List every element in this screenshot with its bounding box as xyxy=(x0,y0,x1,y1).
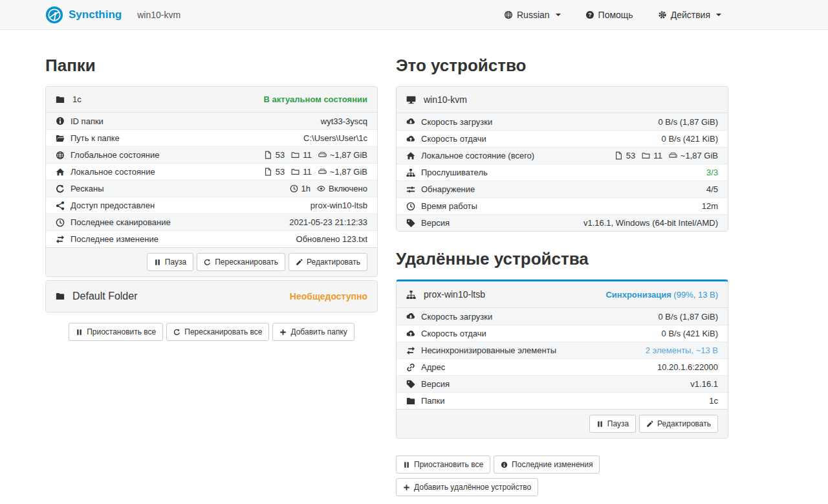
cloud-upload-icon xyxy=(406,329,415,338)
home-icon xyxy=(56,168,65,177)
folders-actions-row: Приостановить всеПересканировать всеДоба… xyxy=(45,323,378,341)
plus-icon xyxy=(403,484,410,491)
device-name: prox-win10-ltsb xyxy=(424,289,485,300)
hdd-icon xyxy=(318,168,327,176)
row-label: Несинхронизированные элементы xyxy=(421,345,556,355)
remote-device-header[interactable]: prox-win10-ltsb Синхронизация (99%, 13 B… xyxy=(397,281,728,308)
recent-changes-button[interactable]: Последние изменения xyxy=(494,455,600,474)
row-label: Обнаружение xyxy=(421,184,475,194)
brand-name: Syncthing xyxy=(69,8,122,21)
navbar-device-name: win10-kvm xyxy=(137,10,180,20)
info-icon xyxy=(56,116,65,126)
file-icon xyxy=(264,168,272,176)
row-label: Адрес xyxy=(421,362,445,372)
add-folder-button[interactable]: Добавить папку xyxy=(272,323,354,341)
help-menu[interactable]: Помощь xyxy=(585,10,633,20)
folder-panel-default: Default Folder Необщедоступно xyxy=(45,280,378,312)
sliders-icon xyxy=(406,185,415,194)
pencil-icon xyxy=(296,259,303,266)
table-row: Последнее сканирование2021-05-23 21:12:3… xyxy=(46,214,377,230)
row-value: 11 xyxy=(291,167,312,177)
home-icon xyxy=(406,151,415,160)
row-value: ~1,87 GiB xyxy=(318,167,367,177)
folder-icon xyxy=(56,95,65,104)
rescan-all-button[interactable]: Пересканировать все xyxy=(166,323,269,341)
table-row: Глобальное состояние5311~1,87 GiB xyxy=(46,146,377,163)
folder-status-badge: В актуальном состоянии xyxy=(264,94,367,104)
pencil-icon xyxy=(646,421,653,428)
refresh-icon xyxy=(173,329,180,336)
row-value: ~1,87 GiB xyxy=(669,151,718,160)
table-row: Прослушиватель3/3 xyxy=(397,164,728,181)
row-value: 0 B/s (1,87 GiB) xyxy=(659,117,718,127)
add-remote-device-button[interactable]: Добавить удалённое устройство xyxy=(396,478,538,496)
pause-icon xyxy=(154,259,161,266)
edit-device-button[interactable]: Редактировать xyxy=(639,415,718,433)
row-label: Скорость отдачи xyxy=(421,134,486,144)
language-menu[interactable]: Russian xyxy=(504,10,561,20)
table-row: Локальное состояние (всего)5311~1,87 GiB xyxy=(397,147,728,164)
row-value: 53 xyxy=(615,151,635,160)
row-value: 0 B/s (421 KiB) xyxy=(662,134,718,144)
pause-all-devices-button[interactable]: Приостановить все xyxy=(396,455,490,474)
default-folder-header[interactable]: Default Folder Необщедоступно xyxy=(46,281,377,312)
table-row: Время работы12m xyxy=(397,197,728,214)
row-value[interactable]: 2 элементы, ~13 B xyxy=(646,345,718,355)
row-label: Путь к папке xyxy=(71,133,120,143)
edit-button[interactable]: Редактировать xyxy=(289,253,367,271)
row-value: C:\Users\User\1c xyxy=(303,133,367,143)
hdd-icon xyxy=(318,151,327,159)
table-row: Версияv1.16.1 xyxy=(397,375,728,392)
folder-name: Default Folder xyxy=(72,290,138,302)
row-value: 10.20.1.6:22000 xyxy=(657,362,718,372)
folder-panel-header[interactable]: 1c В актуальном состоянии xyxy=(46,87,377,113)
folder-status-badge: Необщедоступно xyxy=(290,291,367,301)
pause-button[interactable]: Пауза xyxy=(147,253,193,271)
folder-outline-icon xyxy=(642,151,650,160)
row-value: Включено xyxy=(317,184,367,193)
pause-all-folders-button[interactable]: Приостановить все xyxy=(69,323,163,341)
folder-details-table: ID папкиwyt33-3yscqПуть к папкеC:\Users\… xyxy=(46,113,377,247)
pause-device-button[interactable]: Пауза xyxy=(589,415,636,433)
row-value: 11 xyxy=(642,151,662,160)
question-icon xyxy=(585,10,594,19)
gear-icon xyxy=(658,10,667,19)
brand: Syncthing xyxy=(45,6,122,24)
row-label: Скорость отдачи xyxy=(421,329,486,338)
clock-icon xyxy=(56,218,65,227)
row-label: Версия xyxy=(421,218,450,228)
row-value: 0 B/s (1,87 GiB) xyxy=(659,312,718,322)
table-row: Адрес10.20.1.6:22000 xyxy=(397,358,728,375)
this-device-heading: Это устройство xyxy=(396,56,728,76)
remote-panel-footer: ПаузаРедактировать xyxy=(397,409,728,438)
device-status-badge: Синхронизация (99%, 13 B) xyxy=(605,290,718,300)
row-label: Локальное состояние xyxy=(71,167,155,177)
remote-devices-heading: Удалённые устройства xyxy=(396,249,728,269)
globe-icon xyxy=(56,151,65,160)
this-device-header[interactable]: win10-kvm xyxy=(397,87,728,113)
row-value: Обновлено 123.txt xyxy=(296,234,367,244)
share-icon xyxy=(56,201,65,210)
cloud-upload-icon xyxy=(406,135,415,144)
table-row: Папки1c xyxy=(397,392,728,409)
language-menu-label: Russian xyxy=(517,10,550,20)
table-row: Обнаружение4/5 xyxy=(397,181,728,197)
rescan-button[interactable]: Пересканировать xyxy=(197,253,285,271)
plus-icon xyxy=(279,329,287,336)
row-value: 1c xyxy=(709,396,718,406)
row-value: 3/3 xyxy=(706,168,718,177)
tag-icon xyxy=(406,380,415,389)
devices-section: Это устройство win10-kvm Скорость загруз… xyxy=(396,30,728,496)
row-label: ID папки xyxy=(71,116,104,126)
folders-heading: Папки xyxy=(45,56,378,76)
tag-icon xyxy=(406,219,415,228)
this-device-panel: win10-kvm Скорость загрузки0 B/s (1,87 G… xyxy=(396,86,728,232)
row-value: 11 xyxy=(291,150,312,160)
folder-panel-1c: 1c В актуальном состоянии ID папкиwyt33-… xyxy=(45,86,378,277)
actions-menu[interactable]: Действия xyxy=(658,10,721,20)
row-value: 53 xyxy=(264,167,285,177)
table-row: Последнее изменениеОбновлено 123.txt xyxy=(46,230,377,247)
row-label: Скорость загрузки xyxy=(421,312,492,322)
table-row: Скорость загрузки0 B/s (1,87 GiB) xyxy=(397,113,728,130)
row-value: prox-win10-ltsb xyxy=(310,201,367,210)
